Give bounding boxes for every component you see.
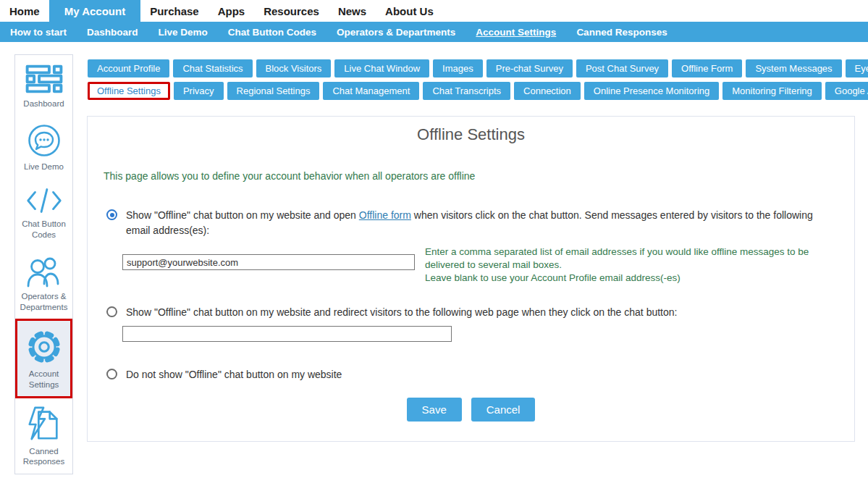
option-offline-form: Show "Offline" chat button on my website… bbox=[106, 208, 832, 238]
sidebar-item-label: Live Demo bbox=[16, 162, 72, 172]
radio-no-button[interactable] bbox=[106, 369, 117, 380]
sidebar: Dashboard Live Demo Chat Button Codes Op… bbox=[14, 54, 73, 474]
sidebar-item-chat-button-codes[interactable]: Chat Button Codes bbox=[15, 178, 72, 246]
code-icon bbox=[25, 186, 64, 215]
tabs-row-1: Account Profile Chat Statistics Block Vi… bbox=[88, 59, 866, 77]
subnav-item-live-demo[interactable]: Live Demo bbox=[148, 27, 218, 38]
tab-chat-statistics[interactable]: Chat Statistics bbox=[173, 59, 252, 77]
topnav-item-my-account[interactable]: My Account bbox=[49, 0, 140, 22]
sidebar-item-label: Canned Responses bbox=[16, 446, 72, 468]
tab-connection[interactable]: Connection bbox=[514, 82, 581, 100]
email-hint-line2: Leave blank to use your Account Profile … bbox=[425, 272, 681, 283]
subnav-item-chat-button-codes[interactable]: Chat Button Codes bbox=[218, 27, 326, 38]
tab-eye-catcher[interactable]: Eye Catcher bbox=[846, 59, 868, 77]
settings-tabs: Account Profile Chat Statistics Block Vi… bbox=[88, 59, 866, 104]
sidebar-item-label: Dashboard bbox=[16, 98, 72, 109]
topnav-item-apps[interactable]: Apps bbox=[208, 0, 255, 22]
tab-chat-transcripts[interactable]: Chat Transcripts bbox=[423, 82, 510, 100]
topnav-item-about-us[interactable]: About Us bbox=[376, 0, 443, 22]
subnav-item-canned-responses[interactable]: Canned Responses bbox=[566, 27, 677, 38]
option-redirect-label: Show "Offline" chat button on my website… bbox=[126, 305, 677, 320]
sidebar-item-live-demo[interactable]: Live Demo bbox=[15, 115, 72, 178]
sidebar-item-dashboard[interactable]: Dashboard bbox=[15, 55, 72, 115]
sidebar-item-label: Operators & Departments bbox=[16, 291, 72, 313]
tab-regional-settings[interactable]: Regional Settings bbox=[227, 82, 320, 100]
tab-online-presence-monitoring[interactable]: Online Presence Monitoring bbox=[584, 82, 719, 100]
option-offline-form-label: Show "Offline" chat button on my website… bbox=[126, 208, 832, 238]
gear-icon bbox=[26, 329, 62, 365]
tabs-row-2: Offline Settings Privacy Regional Settin… bbox=[88, 82, 866, 100]
offline-email-input[interactable] bbox=[122, 254, 415, 270]
tab-offline-form[interactable]: Offline Form bbox=[672, 59, 742, 77]
tab-images[interactable]: Images bbox=[433, 59, 483, 77]
subnav-item-dashboard[interactable]: Dashboard bbox=[77, 27, 148, 38]
tab-pre-chat-survey[interactable]: Pre-chat Survey bbox=[486, 59, 573, 77]
tab-post-chat-survey[interactable]: Post Chat Survey bbox=[576, 59, 668, 77]
save-button[interactable]: Save bbox=[407, 398, 462, 422]
people-icon bbox=[25, 254, 63, 288]
sidebar-item-canned-responses[interactable]: Canned Responses bbox=[15, 398, 72, 474]
option-no-button: Do not show "Offline" chat button on my … bbox=[106, 367, 832, 382]
tab-system-messages[interactable]: System Messages bbox=[746, 59, 841, 77]
sidebar-item-label: Chat Button Codes bbox=[16, 219, 72, 240]
page-title: Offline Settings bbox=[88, 117, 854, 144]
sidebar-item-label: Account Settings bbox=[18, 369, 69, 390]
sidebar-item-account-settings[interactable]: Account Settings bbox=[15, 319, 72, 398]
tab-privacy[interactable]: Privacy bbox=[174, 82, 224, 100]
cancel-button[interactable]: Cancel bbox=[471, 398, 536, 422]
tab-account-profile[interactable]: Account Profile bbox=[88, 59, 169, 77]
option1-text-before: Show "Offline" chat button on my website… bbox=[126, 209, 359, 221]
lightning-document-icon bbox=[26, 406, 62, 443]
page-intro: This page allows you to define your acco… bbox=[104, 170, 475, 182]
tab-monitoring-filtering[interactable]: Monitoring Filtering bbox=[722, 82, 822, 100]
dashboard-icon bbox=[25, 63, 63, 95]
subnav-item-operators-departments[interactable]: Operators & Departments bbox=[326, 27, 465, 38]
radio-redirect[interactable] bbox=[106, 306, 117, 317]
radio-offline-form[interactable] bbox=[106, 209, 117, 220]
top-nav: Home My Account Purchase Apps Resources … bbox=[0, 0, 868, 22]
button-row: Save Cancel bbox=[88, 398, 854, 422]
option-redirect: Show "Offline" chat button on my website… bbox=[106, 305, 832, 320]
subnav-item-how-to-start[interactable]: How to start bbox=[0, 27, 77, 38]
redirect-url-input[interactable] bbox=[122, 326, 452, 342]
topnav-item-news[interactable]: News bbox=[329, 0, 376, 22]
topnav-item-resources[interactable]: Resources bbox=[254, 0, 329, 22]
tab-block-visitors[interactable]: Block Visitors bbox=[256, 59, 332, 77]
offline-settings-panel: Offline Settings This page allows you to… bbox=[87, 116, 855, 442]
option-no-button-label: Do not show "Offline" chat button on my … bbox=[126, 367, 342, 382]
tab-offline-settings[interactable]: Offline Settings bbox=[88, 82, 170, 100]
tab-live-chat-window[interactable]: Live Chat Window bbox=[334, 59, 429, 77]
email-hint: Enter a comma separated list of email ad… bbox=[425, 246, 832, 285]
tab-chat-management[interactable]: Chat Management bbox=[323, 82, 419, 100]
chat-bubble-icon bbox=[27, 123, 62, 158]
email-hint-line1: Enter a comma separated list of email ad… bbox=[425, 246, 809, 270]
sidebar-item-operators-departments[interactable]: Operators & Departments bbox=[15, 246, 72, 319]
topnav-item-purchase[interactable]: Purchase bbox=[140, 0, 208, 22]
offline-form-link[interactable]: Offline form bbox=[359, 209, 411, 221]
tab-google-analytics[interactable]: Google Analytics bbox=[825, 82, 868, 100]
topnav-item-home[interactable]: Home bbox=[0, 0, 49, 22]
sub-nav: How to start Dashboard Live Demo Chat Bu… bbox=[0, 22, 868, 42]
subnav-item-account-settings[interactable]: Account Settings bbox=[465, 27, 566, 38]
